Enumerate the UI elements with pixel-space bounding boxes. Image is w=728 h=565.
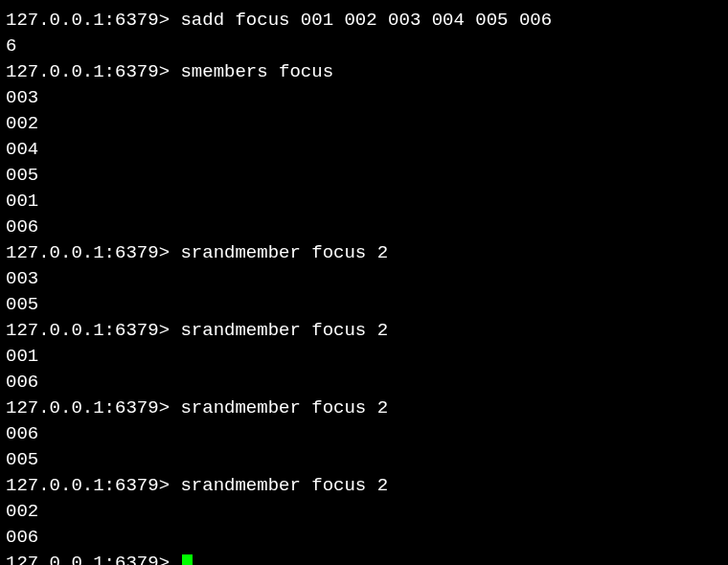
- command-text: srandmember focus 2: [180, 242, 388, 263]
- terminal[interactable]: 127.0.0.1:6379> sadd focus 001 002 003 0…: [6, 8, 722, 565]
- prompt: 127.0.0.1:6379>: [6, 61, 180, 82]
- output-line: 003: [6, 266, 722, 292]
- prompt-line: 127.0.0.1:6379> srandmember focus 2: [6, 396, 722, 421]
- prompt-line: 127.0.0.1:6379> srandmember focus 2: [6, 473, 722, 499]
- prompt: 127.0.0.1:6379>: [6, 551, 180, 565]
- command-text: smembers focus: [180, 61, 333, 82]
- output-line: 002: [6, 499, 722, 525]
- command-text: sadd focus 001 002 003 004 005 006: [180, 10, 552, 31]
- prompt-line: 127.0.0.1:6379> srandmember focus 2: [6, 240, 722, 266]
- prompt: 127.0.0.1:6379>: [6, 320, 180, 341]
- command-text: srandmember focus 2: [180, 475, 388, 496]
- output-line: 006: [6, 421, 722, 447]
- output-line: 001: [6, 189, 722, 215]
- output-line: 006: [6, 215, 722, 240]
- prompt-line: 127.0.0.1:6379> srandmember focus 2: [6, 318, 722, 344]
- prompt: 127.0.0.1:6379>: [6, 242, 180, 263]
- command-text: srandmember focus 2: [180, 320, 388, 341]
- prompt: 127.0.0.1:6379>: [6, 475, 180, 496]
- output-line: 002: [6, 111, 722, 137]
- prompt-line-active[interactable]: 127.0.0.1:6379>: [6, 551, 722, 565]
- output-line: 005: [6, 447, 722, 473]
- output-line: 006: [6, 370, 722, 396]
- prompt-line: 127.0.0.1:6379> sadd focus 001 002 003 0…: [6, 8, 722, 34]
- output-line: 001: [6, 344, 722, 370]
- prompt: 127.0.0.1:6379>: [6, 10, 180, 31]
- prompt-line: 127.0.0.1:6379> smembers focus: [6, 59, 722, 85]
- output-line: 005: [6, 292, 722, 318]
- output-line: 006: [6, 525, 722, 551]
- output-line: 004: [6, 137, 722, 163]
- command-text: srandmember focus 2: [180, 397, 388, 418]
- cursor-icon: [182, 554, 193, 566]
- output-line: 003: [6, 85, 722, 111]
- output-line: 005: [6, 163, 722, 189]
- output-line: 6: [6, 34, 722, 59]
- prompt: 127.0.0.1:6379>: [6, 397, 180, 418]
